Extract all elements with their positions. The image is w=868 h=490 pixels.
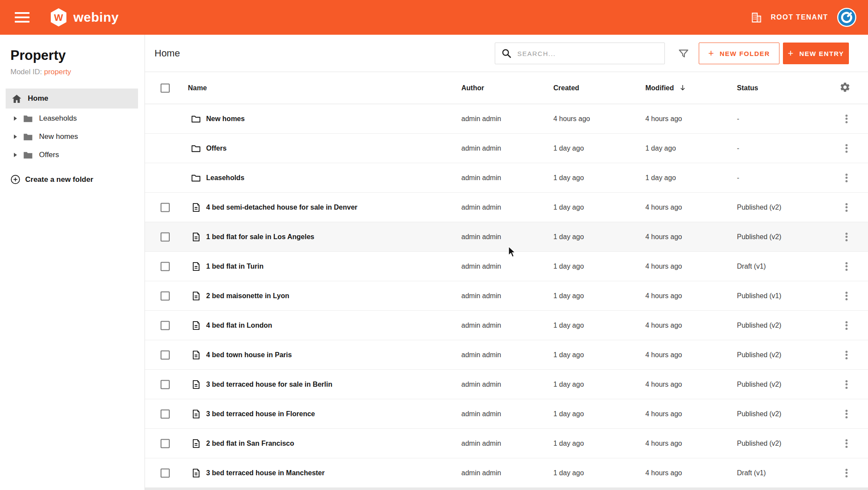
row-checkbox[interactable]	[161, 321, 170, 330]
column-header-created[interactable]: Created	[553, 84, 579, 92]
column-header-modified[interactable]: Modified	[645, 84, 686, 92]
row-checkbox[interactable]	[161, 291, 170, 300]
table-row-entry[interactable]: 4 bed flat in London admin admin 1 day a…	[145, 311, 868, 340]
search-input[interactable]	[517, 50, 659, 57]
row-actions-kebab[interactable]	[842, 437, 851, 450]
row-checkbox[interactable]	[161, 232, 170, 241]
document-icon	[191, 379, 201, 389]
entry-name[interactable]: 1 bed flat for sale in Los Angeles	[206, 233, 314, 241]
bottom-strip	[145, 488, 868, 490]
row-checkbox[interactable]	[161, 409, 170, 418]
table-row-entry[interactable]: 3 bed terraced house for sale in Berlin …	[145, 370, 868, 399]
entry-name[interactable]: 3 bed terraced house in Florence	[206, 410, 315, 418]
entry-name[interactable]: 3 bed terraced house for sale in Berlin	[206, 381, 332, 388]
hamburger-menu-icon[interactable]	[15, 12, 30, 23]
create-new-folder-label: Create a new folder	[25, 175, 93, 184]
entry-status: Published (v2)	[737, 410, 781, 418]
entry-status: Published (v1)	[737, 292, 781, 300]
entry-name[interactable]: Offers	[206, 145, 227, 152]
table-row-folder[interactable]: Leaseholds admin admin 1 day ago 1 day a…	[145, 163, 868, 193]
entry-author: admin admin	[461, 381, 501, 388]
new-folder-button[interactable]: + NEW FOLDER	[699, 43, 779, 64]
entry-name[interactable]: Leaseholds	[206, 174, 244, 182]
table-row-entry[interactable]: 1 bed flat in Turin admin admin 1 day ag…	[145, 252, 868, 281]
table-row-entry[interactable]: 3 bed terraced house in Florence admin a…	[145, 399, 868, 429]
entry-name[interactable]: 4 bed semi-detached house for sale in De…	[206, 204, 358, 211]
row-checkbox[interactable]	[161, 380, 170, 389]
select-all-checkbox[interactable]	[161, 83, 170, 92]
chevron-right-icon[interactable]	[14, 135, 17, 139]
row-checkbox[interactable]	[161, 350, 170, 359]
sort-desc-arrow-icon	[679, 84, 686, 91]
row-actions-kebab[interactable]	[842, 290, 851, 302]
row-actions-kebab[interactable]	[842, 408, 851, 420]
column-header-name[interactable]: Name	[188, 84, 207, 92]
filter-funnel-icon[interactable]	[678, 48, 689, 59]
chevron-right-icon[interactable]	[14, 153, 17, 157]
table-row-entry[interactable]: 3 bed terraced house in Manchester admin…	[145, 458, 868, 488]
search-box[interactable]	[495, 43, 665, 64]
row-checkbox[interactable]	[161, 439, 170, 448]
model-id-value[interactable]: property	[44, 68, 71, 76]
entry-name[interactable]: 1 bed flat in Turin	[206, 263, 263, 270]
entry-name[interactable]: 4 bed town house in Paris	[206, 351, 292, 359]
entry-name[interactable]: New homes	[206, 115, 245, 123]
table-row-entry[interactable]: 2 bed maisonette in Lyon admin admin 1 d…	[145, 281, 868, 311]
entry-author: admin admin	[461, 204, 501, 211]
sidebar-item-label: Home	[28, 94, 48, 103]
new-entry-button[interactable]: + NEW ENTRY	[783, 43, 849, 64]
table-row-entry[interactable]: 1 bed flat for sale in Los Angeles admin…	[145, 222, 868, 252]
user-avatar[interactable]	[837, 7, 857, 27]
row-checkbox[interactable]	[161, 203, 170, 212]
entry-status: Published (v2)	[737, 351, 781, 359]
folder-icon	[191, 143, 201, 153]
folder-tree: Home Leaseholds New homes Offers	[0, 89, 145, 164]
column-header-author[interactable]: Author	[461, 84, 484, 92]
column-header-status[interactable]: Status	[737, 84, 758, 92]
entry-name[interactable]: 2 bed maisonette in Lyon	[206, 292, 289, 300]
entry-name[interactable]: 2 bed flat in San Francisco	[206, 440, 294, 447]
table-row-folder[interactable]: New homes admin admin 4 hours ago 4 hour…	[145, 104, 868, 134]
row-actions-kebab[interactable]	[842, 378, 851, 391]
row-actions-kebab[interactable]	[842, 231, 851, 243]
table-row-entry[interactable]: 4 bed town house in Paris admin admin 1 …	[145, 340, 868, 370]
row-checkbox[interactable]	[161, 262, 170, 271]
entry-modified: 4 hours ago	[645, 469, 682, 477]
sidebar-item-new-homes[interactable]: New homes	[0, 128, 145, 146]
row-actions-kebab[interactable]	[842, 142, 851, 155]
row-actions-kebab[interactable]	[842, 260, 851, 273]
entry-status: Draft (v1)	[737, 469, 766, 477]
webiny-logo[interactable]: W webiny	[49, 7, 119, 27]
entry-created: 1 day ago	[553, 174, 584, 182]
row-actions-kebab[interactable]	[842, 201, 851, 214]
row-checkbox[interactable]	[161, 468, 170, 477]
row-actions-kebab[interactable]	[842, 172, 851, 184]
entry-author: admin admin	[461, 322, 501, 329]
sidebar-item-home[interactable]: Home	[6, 89, 138, 109]
document-icon	[191, 320, 201, 330]
new-entry-button-label: NEW ENTRY	[799, 50, 844, 57]
create-new-folder-button[interactable]: Create a new folder	[10, 174, 145, 184]
entry-modified: 4 hours ago	[645, 381, 682, 388]
entry-modified: 4 hours ago	[645, 292, 682, 300]
sidebar-item-offers[interactable]: Offers	[0, 146, 145, 164]
table-row-entry[interactable]: 2 bed flat in San Francisco admin admin …	[145, 429, 868, 458]
row-actions-kebab[interactable]	[842, 467, 851, 479]
table-row-folder[interactable]: Offers admin admin 1 day ago 1 day ago -	[145, 134, 868, 163]
model-sidebar: Property Model ID: property Home Leaseho…	[0, 35, 145, 490]
entry-author: admin admin	[461, 410, 501, 418]
row-actions-kebab[interactable]	[842, 319, 851, 332]
entry-name[interactable]: 4 bed flat in London	[206, 322, 272, 329]
content-toolbar: Home + NEW FOLDER + NEW ENTRY	[145, 35, 868, 72]
row-actions-kebab[interactable]	[842, 349, 851, 361]
row-actions-kebab[interactable]	[842, 113, 851, 125]
chevron-right-icon[interactable]	[14, 116, 17, 121]
entry-created: 1 day ago	[553, 381, 584, 388]
sidebar-item-label: Offers	[39, 151, 59, 159]
table-settings-gear-icon[interactable]	[839, 82, 851, 95]
table-row-entry[interactable]: 4 bed semi-detached house for sale in De…	[145, 193, 868, 222]
entry-author: admin admin	[461, 263, 501, 270]
entry-status: Published (v2)	[737, 440, 781, 447]
sidebar-item-leaseholds[interactable]: Leaseholds	[0, 109, 145, 128]
entry-name[interactable]: 3 bed terraced house in Manchester	[206, 469, 325, 477]
